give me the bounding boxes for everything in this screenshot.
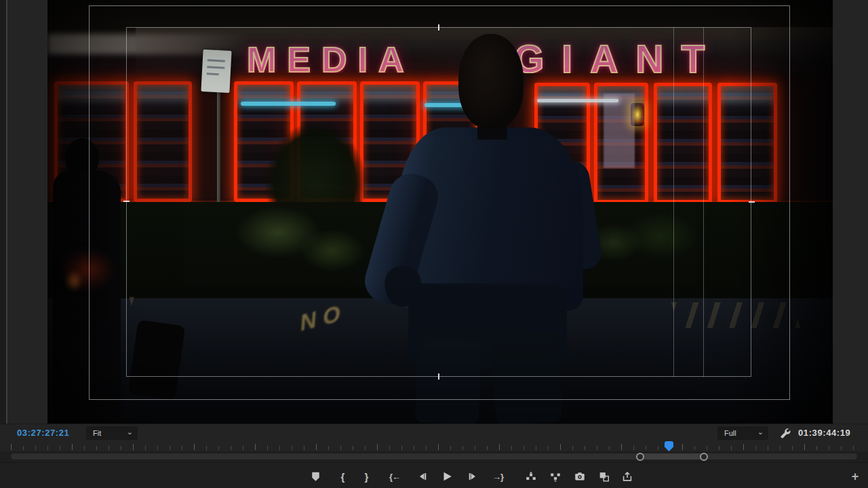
lift-icon — [525, 470, 537, 483]
marker-icon — [310, 470, 321, 483]
comparison-view-button[interactable] — [595, 468, 613, 485]
chevron-down-icon: ⌄ — [127, 425, 133, 439]
extract-icon — [549, 470, 561, 483]
extract-button[interactable] — [547, 468, 564, 485]
mark-in-icon: { — [341, 471, 344, 483]
playback-resolution-value: Full — [724, 429, 736, 437]
plus-icon: + — [852, 470, 859, 484]
mark-out-icon: } — [365, 471, 368, 483]
scrollbar-knob-right[interactable] — [700, 453, 708, 461]
go-to-out-icon: →} — [492, 472, 503, 482]
duration-timecode: 01:39:44:19 — [798, 428, 850, 438]
play-button[interactable] — [438, 468, 456, 485]
video-preview[interactable]: MEDIA GIANT NO — [47, 0, 833, 424]
program-monitor-panel: MEDIA GIANT NO — [0, 0, 868, 488]
step-forward-button[interactable] — [464, 468, 481, 485]
export-button[interactable] — [618, 468, 636, 485]
zoom-level-value: Fit — [93, 429, 101, 437]
step-back-icon — [417, 471, 428, 482]
time-ruler[interactable] — [0, 441, 868, 452]
lift-button[interactable] — [522, 468, 540, 485]
wrench-icon — [778, 427, 792, 441]
settings-button[interactable] — [778, 427, 792, 441]
scene-vignette — [47, 0, 833, 424]
current-timecode[interactable]: 03:27:27:21 — [17, 428, 69, 438]
go-to-in-icon: {← — [389, 472, 400, 482]
left-panel-edge — [0, 0, 6, 424]
monitor-left-gutter — [7, 0, 47, 424]
monitor-right-gutter — [833, 0, 868, 424]
export-icon — [621, 470, 633, 483]
monitor-controls-row: 03:27:27:21 Fit ⌄ Full ⌄ 01:39:44:19 — [0, 424, 868, 441]
zoom-scrollbar — [0, 451, 868, 462]
step-forward-icon — [467, 471, 478, 482]
go-to-out-button[interactable]: →} — [489, 468, 507, 485]
step-back-button[interactable] — [414, 468, 431, 485]
go-to-in-button[interactable]: {← — [386, 468, 403, 485]
play-icon — [441, 470, 453, 483]
export-frame-button[interactable] — [571, 468, 589, 485]
mark-out-button[interactable]: } — [357, 468, 375, 485]
mark-in-button[interactable]: { — [334, 468, 351, 485]
scrollbar-knob-left[interactable] — [636, 453, 644, 461]
transport-bar: { } {← →} — [0, 462, 868, 488]
comparison-view-icon — [598, 470, 610, 483]
scrollbar-track[interactable] — [11, 453, 857, 460]
playback-resolution-select[interactable]: Full ⌄ — [717, 426, 768, 440]
chevron-down-icon: ⌄ — [757, 425, 764, 439]
zoom-level-select[interactable]: Fit ⌄ — [86, 426, 138, 440]
camera-icon — [574, 470, 586, 483]
button-editor-button[interactable]: + — [846, 468, 864, 485]
add-marker-button[interactable] — [307, 468, 324, 485]
scrollbar-handle[interactable] — [639, 453, 704, 460]
ruler-major-ticks — [11, 444, 861, 450]
